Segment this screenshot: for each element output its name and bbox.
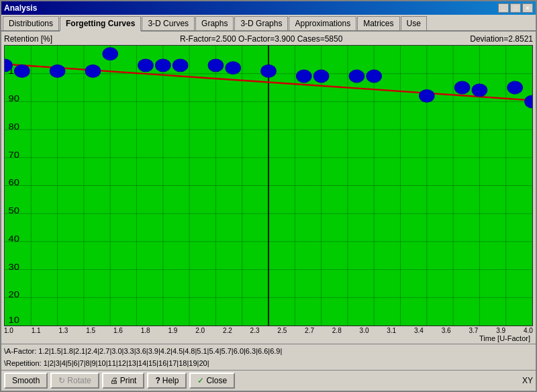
x-tick: 3.7 [469,327,478,334]
title-bar: Analysis _ □ × [1,1,536,15]
svg-point-56 [367,70,381,83]
x-tick: 1.8 [141,327,150,334]
title-bar-buttons: _ □ × [498,3,533,13]
tab-3d-graphs[interactable]: 3-D Graphs [234,16,288,30]
deviation-text: Deviation=2.8521 [470,34,533,44]
x-tick: 2.8 [332,327,342,334]
svg-text:40: 40 [9,234,19,244]
tab-graphs[interactable]: Graphs [195,16,234,30]
rotate-icon: ↻ [58,376,65,385]
print-button[interactable]: 🖨 Print [102,373,145,389]
svg-point-50 [208,59,223,72]
maximize-button[interactable]: □ [510,3,521,13]
checkmark-icon: ✓ [197,376,204,385]
svg-point-58 [454,81,469,94]
x-tick: 1.5 [86,327,95,334]
content-area: Retention [%] R-Factor=2.500 O-Factor=3.… [1,32,536,344]
svg-point-51 [226,62,240,75]
x-tick: 2.5 [277,327,287,334]
x-tick: 1.1 [32,327,41,334]
tab-matrices[interactable]: Matrices [357,16,399,30]
rotate-button[interactable]: ↻ Rotate [50,373,99,389]
svg-point-61 [525,95,532,108]
svg-text:70: 70 [9,150,19,160]
svg-point-55 [349,70,364,83]
a-factor-row: \A-Factor: 1.2|1.5|1.8|2.1|2.4|2.7|3.0|3… [4,345,533,357]
x-tick: 3.0 [360,327,369,334]
svg-text:80: 80 [9,122,19,132]
chart-stats: R-Factor=2.500 O-Factor=3.900 Cases=5850 [180,34,342,44]
svg-point-54 [313,70,328,83]
x-tick: 1.3 [58,327,68,334]
tab-forgetting-curves[interactable]: Forgetting Curves [60,16,141,32]
x-tick: 2.7 [305,327,314,334]
chart-plot[interactable]: 100 90 80 70 60 50 40 30 20 10 [4,45,533,326]
svg-point-47 [138,59,153,72]
svg-point-60 [507,81,522,94]
svg-text:90: 90 [9,94,19,103]
close-button[interactable]: ✓ Close [189,373,235,389]
tab-3d-curves[interactable]: 3-D Curves [142,16,195,30]
x-tick: 3.9 [496,327,505,334]
window-title: Analysis [4,3,37,13]
status-xy: XY [522,376,533,385]
svg-text:20: 20 [9,290,19,299]
svg-point-44 [50,64,64,77]
minimize-button[interactable]: _ [498,3,509,13]
chart-svg: 100 90 80 70 60 50 40 30 20 10 [5,46,532,326]
help-icon: ? [155,376,160,385]
chart-header: Retention [%] R-Factor=2.500 O-Factor=3.… [4,33,533,45]
y-axis-title-inline: Retention [%] [4,34,52,44]
x-axis-title: Time [U-Factor] [4,334,533,342]
tab-distributions[interactable]: Distributions [3,16,59,30]
svg-point-52 [261,64,276,77]
close-window-button[interactable]: × [522,3,533,13]
a-factor-label: \A-Factor: 1.2|1.5|1.8|2.1|2.4|2.7|3.0|3… [4,347,282,355]
x-tick: 1.0 [4,327,13,334]
svg-point-57 [420,89,434,102]
svg-point-49 [173,59,187,72]
button-bar: Smooth ↻ Rotate 🖨 Print ? Help ✓ Close X… [1,370,536,391]
svg-text:10: 10 [9,315,19,325]
repetition-row: \Repetition: 1|2|3|4|5|6|7|8|9|10|11|12|… [4,357,533,369]
x-tick: 1.9 [168,327,177,334]
svg-text:60: 60 [9,179,19,188]
x-tick: 4.0 [524,327,533,334]
svg-point-53 [297,70,311,83]
svg-point-48 [156,59,170,72]
chart-container: 100 90 80 70 60 50 40 30 20 10 [4,45,533,342]
tab-bar: Distributions Forgetting Curves 3-D Curv… [1,15,536,32]
svg-point-45 [85,64,100,77]
x-tick: 2.3 [250,327,260,334]
x-tick: 1.6 [113,327,123,334]
x-tick: 2.2 [223,327,232,334]
main-window: Analysis _ □ × Distributions Forgetting … [0,0,537,392]
svg-point-59 [472,84,487,97]
chart-inner: 100 90 80 70 60 50 40 30 20 10 [4,45,533,342]
tab-use[interactable]: Use [401,16,427,30]
x-tick: 2.0 [195,327,205,334]
svg-point-43 [15,64,30,77]
svg-text:30: 30 [9,262,19,272]
svg-text:50: 50 [9,206,19,215]
svg-point-46 [103,48,117,60]
bottom-bar: \A-Factor: 1.2|1.5|1.8|2.1|2.4|2.7|3.0|3… [1,344,536,370]
tab-approximations[interactable]: Approximations [289,16,356,30]
x-tick: 3.4 [414,327,424,334]
repetition-label: \Repetition: 1|2|3|4|5|6|7|8|9|10|11|12|… [4,359,209,367]
smooth-button[interactable]: Smooth [4,373,48,389]
x-tick: 3.1 [387,327,396,334]
print-icon: 🖨 [110,376,118,385]
help-button[interactable]: ? Help [147,373,187,389]
x-tick: 3.6 [442,327,451,334]
